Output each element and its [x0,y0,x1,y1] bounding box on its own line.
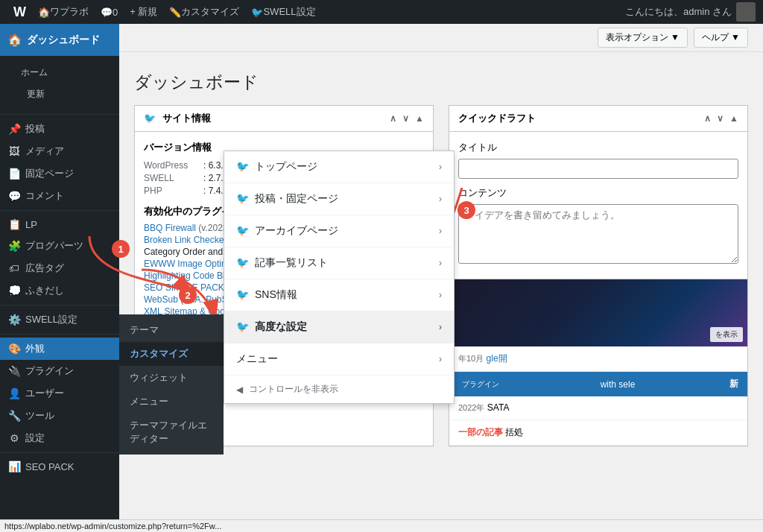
draft-content-textarea[interactable] [458,204,738,264]
appearance-icon: 🎨 [7,343,21,355]
collapse-down-icon-2[interactable]: ∨ [717,113,724,124]
sidebar-item-settings[interactable]: ⚙ 設定 [0,427,119,449]
collapse-up-icon[interactable]: ∧ [390,113,396,124]
swell-menu-menus[interactable]: メニュー › [224,343,454,376]
comments-icon: 💬 [7,190,21,202]
draft-content-label: コンテンツ [458,186,738,200]
sidebar-item-plugins[interactable]: 🔌 プラグイン [0,360,119,382]
quick-draft-widget: クイックドラフト ∧ ∨ ▲ タイトル コンテンツ [449,105,748,446]
draft-title-input[interactable] [458,159,738,179]
news-item-3: 2022年 SATA [449,396,747,420]
sidebar-item-pages[interactable]: 📄 固定ページ [0,162,119,185]
swell-bird-icon: 🐦 [144,113,156,124]
arrow-right-icon-2: › [439,194,442,204]
theme-menu-item[interactable]: テーマ [119,318,224,342]
wp-logo[interactable]: W [7,0,32,24]
arrow-right-icon-3: › [439,226,442,236]
news-item-4: 一部の記事 括処 [449,420,747,446]
comment-icon: 💬 [101,7,113,18]
help-button[interactable]: ヘルプ ▼ [694,28,748,48]
sidebar-item-posts[interactable]: 📌 投稿 [0,118,119,140]
swell-menu-toppage[interactable]: 🐦トップページ › [224,151,454,183]
swell-bird-icon-6: 🐦 [236,320,249,332]
expand-icon-2[interactable]: ▲ [729,113,738,124]
arrow-right-icon-4: › [439,258,442,268]
wp-icon: W [13,4,26,20]
home-icon: 🏠 [38,7,50,18]
sidebar-item-blog-parts[interactable]: 🧩 ブログパーツ [0,235,119,257]
sidebar-item-home[interactable]: ホーム [0,62,119,83]
sidebar-item-seo-pack[interactable]: 📊 SEO PACK [0,456,119,477]
swell-settings-icon: ⚙️ [7,314,21,326]
swell-bird-icon-1: 🐦 [236,160,249,172]
arrow-right-icon-7: › [439,354,442,364]
news-item-2: プラグイン with sele 新 [449,372,747,396]
options-bar: 表示オプション ▼ ヘルプ ▼ [119,24,763,52]
display-options-button[interactable]: 表示オプション ▼ [598,28,688,48]
customize-menu-item[interactable]: カスタマイズ [119,342,224,366]
swell-menu-posts-pages[interactable]: 🐦投稿・固定ページ › [224,183,454,215]
sidebar-item-users[interactable]: 👤 ユーザー [0,382,119,405]
swell-menu-archive[interactable]: 🐦アーカイブページ › [224,215,454,247]
user-avatar[interactable] [736,2,756,22]
expand-icon[interactable]: ▲ [415,113,424,124]
sidebar-header[interactable]: 🏠 ダッシュボード [0,24,119,56]
lp-icon: 📋 [7,218,21,230]
posts-icon: 📌 [7,123,21,135]
swell-menu-sns[interactable]: 🐦SNS情報 › [224,279,454,311]
customize-btn[interactable]: ✏️ カスタマイズ [163,0,245,24]
widgets-menu-item[interactable]: ウィジェット [119,366,224,390]
featured-image: を表示 [449,279,747,346]
pages-icon: 📄 [7,168,21,180]
swell-menu-article-list[interactable]: 🐦記事一覧リスト › [224,247,454,279]
balloon-icon: 💭 [7,285,21,297]
swell-menu-advanced[interactable]: 🐦高度な設定 › [224,311,454,343]
draft-title-label: タイトル [458,141,738,154]
collapse-down-icon[interactable]: ∨ [402,113,409,124]
seo-icon: 📊 [7,460,21,472]
new-post-btn[interactable]: + 新規 [124,0,163,24]
sidebar-item-comments[interactable]: 💬 コメント [0,185,119,207]
swell-icon: 🐦 [251,7,263,18]
swell-menu-hide-controls[interactable]: ◀ コントロールを非表示 [224,376,454,403]
collapse-up-icon-2[interactable]: ∧ [704,113,711,124]
swell-bird-icon-3: 🐦 [236,224,249,236]
appearance-submenu: テーマ カスタマイズ ウィジェット メニュー テーマファイルエディター [119,314,224,455]
ad-tags-icon: 🏷 [7,262,21,274]
site-info-header: 🐦 サイト情報 ∧ ∨ ▲ [135,106,433,132]
arrow-right-icon-6: › [439,322,442,332]
blog-parts-icon: 🧩 [7,240,21,252]
sidebar-item-media[interactable]: 🖼 メディア [0,140,119,162]
comments-btn[interactable]: 💬 0 [95,0,124,24]
theme-editor-menu-item[interactable]: テーマファイルエディター [119,414,224,451]
view-button[interactable]: を表示 [710,327,743,342]
swell-bird-icon-4: 🐦 [236,256,249,268]
admin-bar: W 🏠 ワプラボ 💬 0 + 新規 ✏️ カスタマイズ 🐦 SWELL設定 こん… [0,0,763,24]
sidebar: 🏠 ダッシュボード ホーム 更新 📌 投稿 🖼 メディア 📄 固定ページ 💬 コ… [0,24,119,532]
widget-controls: ∧ ∨ ▲ [390,113,424,124]
menus-menu-item[interactable]: メニュー [119,390,224,414]
tools-icon: 🔧 [7,410,21,422]
quick-draft-header: クイックドラフト ∧ ∨ ▲ [449,106,747,132]
dashboard-icon: 🏠 [7,33,22,47]
sidebar-item-updates[interactable]: 更新 [0,83,119,105]
edit-icon: ✏️ [169,7,181,18]
hide-controls-icon: ◀ [236,384,243,395]
url-bar: https://wplabo.net/wp-admin/customize.ph… [0,519,763,532]
sidebar-item-swell[interactable]: ⚙️ SWELL設定 [0,308,119,331]
arrow-right-icon-5: › [439,290,442,300]
arrow-right-icon-1: › [439,162,442,172]
sidebar-item-ad-tags[interactable]: 🏷 広告タグ [0,257,119,279]
sidebar-item-lp[interactable]: 📋 LP [0,214,119,235]
site-name[interactable]: 🏠 ワプラボ [32,0,95,24]
swell-bird-icon-5: 🐦 [236,288,249,300]
user-greeting: こんにちは、admin さん [625,2,756,22]
swell-popup-menu: 🐦トップページ › 🐦投稿・固定ページ › 🐦アーカイブページ › 🐦記事一覧リ… [224,151,455,404]
swell-settings-btn[interactable]: 🐦 SWELL設定 [245,0,321,24]
sidebar-item-tools[interactable]: 🔧 ツール [0,405,119,427]
sidebar-item-appearance[interactable]: 🎨 外観 [0,338,119,360]
page-title: ダッシュボード [134,71,748,94]
sidebar-item-balloon[interactable]: 💭 ふきだし [0,279,119,302]
media-icon: 🖼 [7,145,21,157]
settings-icon: ⚙ [7,432,21,444]
